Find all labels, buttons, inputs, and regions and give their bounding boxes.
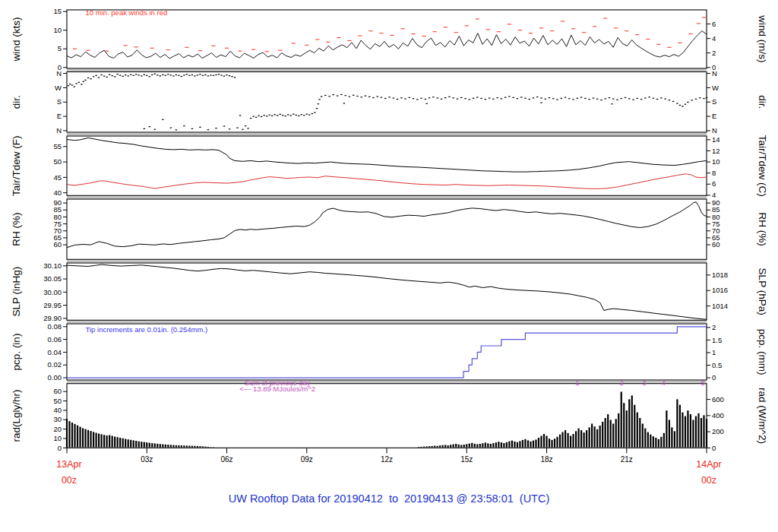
wind-direction-dot	[242, 129, 243, 130]
solar-radiation-bar	[157, 444, 158, 448]
wind-direction-dot	[333, 94, 334, 95]
wind-annotation: 10 min. peak winds in red	[86, 8, 168, 17]
rad-left-tick-label: 0	[58, 444, 62, 452]
wind-direction-dot	[473, 98, 474, 99]
solar-radiation-bar	[125, 439, 126, 447]
wind-direction-dot	[183, 74, 185, 75]
solar-radiation-bar	[618, 413, 619, 448]
solar-radiation-bar	[442, 445, 444, 448]
solar-radiation-bar	[522, 440, 523, 448]
solar-radiation-bar	[701, 418, 702, 448]
wind-direction-dot	[71, 84, 73, 85]
wind-direction-dot	[464, 98, 466, 99]
rad-right-tick-label: 600	[712, 395, 724, 404]
dir-right-axis-label: dir.	[757, 95, 768, 109]
wind-right-tick-label: 4	[712, 34, 716, 43]
solar-radiation-bar	[674, 431, 675, 447]
solar-radiation-bar	[623, 403, 625, 447]
tair-right-tick-label: 14	[712, 135, 720, 144]
wind-direction-dot	[616, 100, 618, 100]
solar-radiation-bar	[653, 436, 654, 448]
wind-direction-dot	[328, 96, 330, 97]
pcp-annotation: Tip increments are 0.01in. (0.254mm.)	[86, 325, 208, 334]
solar-radiation-bar	[458, 445, 460, 448]
wind-direction-dot	[111, 75, 112, 76]
wind-direction-dot	[632, 100, 634, 100]
wind-direction-dot	[87, 78, 89, 78]
wind-direction-dot	[154, 129, 156, 130]
panel-separator	[67, 196, 707, 198]
wind-direction-dot	[691, 100, 693, 100]
solar-radiation-bar	[176, 445, 177, 448]
solar-radiation-bar	[628, 399, 630, 447]
solar-radiation-bar	[533, 441, 534, 448]
solar-radiation-bar	[207, 447, 209, 448]
wind-direction-dot	[199, 127, 201, 128]
solar-radiation-bar	[650, 435, 651, 448]
panel-rh: 6065707580859060657075808590RH (%)RH (%)	[11, 198, 768, 259]
solar-radiation-bar	[106, 435, 108, 448]
rh-right-tick-label: 90	[712, 198, 720, 207]
rad-right-axis-label: rad (W/m^2)	[757, 388, 768, 444]
wind-direction-dot	[577, 98, 578, 99]
solar-radiation-bar	[506, 442, 508, 448]
solar-radiation-bar	[647, 432, 649, 448]
slp-left-tick-label: 30.00	[43, 288, 62, 296]
wind-direction-dot	[69, 84, 71, 84]
solar-radiation-bar	[466, 444, 467, 447]
wind-direction-dot	[517, 98, 518, 99]
wind-direction-dot	[282, 115, 283, 116]
wind-direction-dot	[628, 98, 630, 99]
solar-radiation-bar	[167, 445, 169, 448]
wind-direction-dot	[154, 74, 156, 74]
solar-radiation-bar	[95, 433, 96, 448]
solar-radiation-bar	[162, 445, 163, 448]
solar-radiation-bar	[602, 422, 603, 448]
rad-left-axis-label: rad(Lgly/hr)	[11, 389, 22, 442]
solar-radiation-bar	[172, 445, 174, 448]
wind-direction-dot	[95, 75, 96, 76]
wind-direction-dot	[236, 128, 238, 128]
wind-direction-dot	[125, 74, 126, 75]
wind-direction-dot	[266, 116, 267, 116]
solar-radiation-bar	[144, 442, 145, 448]
solar-radiation-bar	[183, 445, 185, 447]
solar-radiation-bar	[429, 446, 430, 448]
wind-direction-dot	[340, 94, 342, 95]
end-date-label: 14Apr	[696, 459, 721, 470]
wind-direction-dot	[343, 103, 345, 103]
wind-direction-dot	[565, 97, 566, 98]
solar-radiation-bar	[90, 431, 91, 448]
start-hour-label: 00z	[62, 475, 77, 486]
solar-radiation-bar	[626, 410, 628, 448]
wind-direction-dot	[512, 97, 514, 98]
wind-direction-dot	[528, 99, 530, 100]
solar-radiation-bar	[559, 435, 561, 448]
wind-direction-dot	[141, 75, 142, 76]
solar-radiation-bar	[519, 441, 520, 447]
uw-rooftop-weather-chart: 0510150246wind (kts)wind (m/s)10 min. pe…	[0, 0, 778, 532]
wind-direction-dot	[293, 114, 294, 115]
wind-direction-dot	[604, 98, 606, 99]
rad-left-tick-label: 50	[53, 397, 62, 405]
wind-direction-dot	[489, 97, 490, 98]
wind-direction-dot	[660, 97, 662, 98]
wind-direction-dot	[176, 74, 177, 75]
rad-annotation: <--- 13.89 MJoules/m^2	[239, 385, 315, 393]
wind-direction-dot	[186, 74, 188, 74]
wind-direction-dot	[699, 97, 701, 98]
wind-direction-dot	[149, 126, 150, 127]
wind-direction-dot	[706, 97, 707, 98]
wind-direction-dot	[360, 97, 362, 97]
solar-radiation-bar	[697, 413, 699, 448]
wind-direction-dot	[609, 97, 610, 98]
wind-direction-dot	[258, 116, 259, 116]
solar-radiation-bar	[146, 442, 147, 448]
solar-radiation-bar	[82, 428, 84, 447]
solar-radiation-bar	[565, 430, 566, 448]
wind-direction-dot	[448, 97, 450, 97]
wind-direction-dot	[301, 114, 302, 115]
wind-direction-dot	[191, 74, 193, 75]
wind-direction-dot	[83, 81, 84, 82]
solar-radiation-bar	[556, 437, 558, 448]
